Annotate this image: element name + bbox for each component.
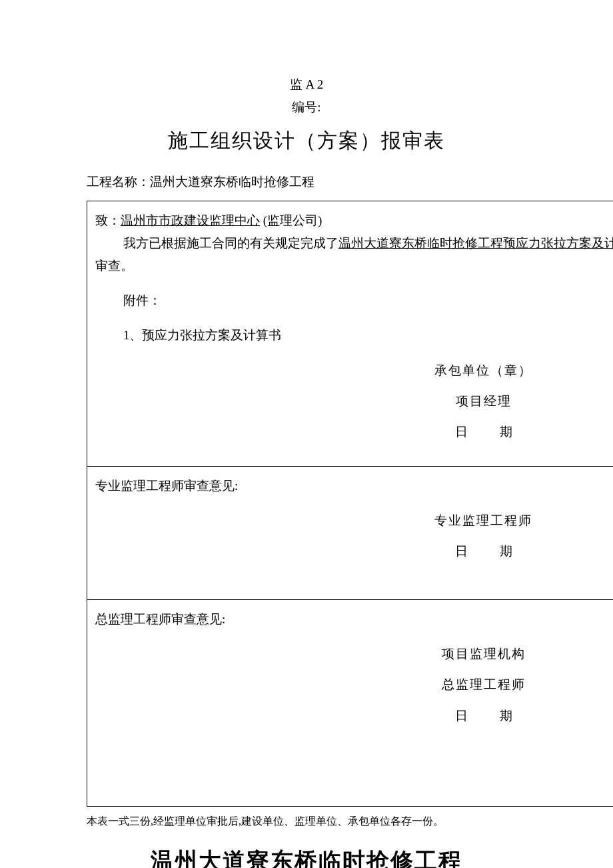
specialist-heading: 专业监理工程师审查意见: <box>95 475 613 497</box>
contractor-signature-block: 承包单位（章） 项目经理 日期 <box>95 359 613 444</box>
attachment-item: 1、预应力张拉方案及计算书 <box>95 324 613 347</box>
document-main-title: 温州大道寮东桥临时抢修工程 <box>27 841 586 868</box>
sig-date: 日期 <box>95 540 613 563</box>
sig-contractor-seal: 承包单位（章） <box>95 359 613 382</box>
date-char-2: 期 <box>500 425 512 439</box>
to-suffix: (监理公司) <box>260 213 322 227</box>
date-char-2: 期 <box>500 544 512 558</box>
serial-label: 编号: <box>27 96 586 119</box>
date-char-2: 期 <box>500 709 512 723</box>
addressee-line: 致：温州市市政建设监理中心 (监理公司) <box>95 209 613 232</box>
approval-table: 致：温州市市政建设监理中心 (监理公司) 我方已根据施工合同的有关规定完成了温州… <box>87 201 613 807</box>
sig-date: 日期 <box>95 421 613 443</box>
section-chief-engineer: 总监理工程师审查意见: 项目监理机构 总监理工程师 日期 <box>87 600 614 807</box>
project-line: 工程名称：温州大道寮东桥临时抢修工程 <box>87 171 586 193</box>
sig-project-manager: 项目经理 <box>95 390 613 413</box>
form-code: 监 A 2 <box>27 73 586 96</box>
footer-note: 本表一式三份,经监理单位审批后,建设单位、监理单位、承包单位各存一份。 <box>87 812 586 831</box>
form-title: 施工组织设计（方案）报审表 <box>27 123 586 159</box>
to-company: 温州市市政建设监理中心 <box>121 213 260 227</box>
chief-signature-block: 项目监理机构 总监理工程师 日期 <box>95 643 613 727</box>
review-line: 审查。 <box>95 255 613 277</box>
sig-chief-engineer: 总监理工程师 <box>95 673 613 696</box>
date-char-1: 日 <box>455 544 468 558</box>
section-specialist-engineer: 专业监理工程师审查意见: 专业监理工程师 日期 <box>87 467 614 600</box>
project-name: 温州大道寮东桥临时抢修工程 <box>150 175 314 189</box>
sig-date: 日期 <box>95 705 613 727</box>
body-line: 我方已根据施工合同的有关规定完成了温州大道寮东桥临时抢修工程预应力张拉方案及计算 <box>95 232 613 255</box>
attachment-label: 附件： <box>95 289 613 312</box>
date-char-1: 日 <box>455 709 468 723</box>
date-char-1: 日 <box>455 425 468 439</box>
project-label: 工程名称： <box>87 175 150 189</box>
to-prefix: 致： <box>95 213 121 227</box>
specialist-signature-block: 专业监理工程师 日期 <box>95 509 613 563</box>
sig-project-supervision-org: 项目监理机构 <box>95 643 613 665</box>
section-contractor: 致：温州市市政建设监理中心 (监理公司) 我方已根据施工合同的有关规定完成了温州… <box>87 201 614 467</box>
body-underlined: 温州大道寮东桥临时抢修工程预应力张拉方案及计算 <box>338 236 613 250</box>
sig-specialist-engineer: 专业监理工程师 <box>95 509 613 532</box>
chief-heading: 总监理工程师审查意见: <box>95 608 613 631</box>
body-prefix: 我方已根据施工合同的有关规定完成了 <box>123 236 338 250</box>
